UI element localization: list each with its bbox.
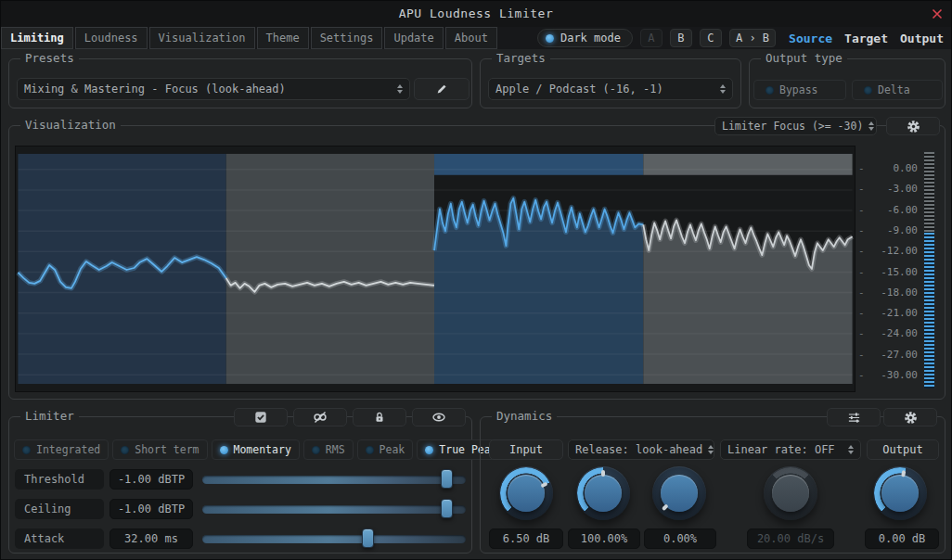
limiter-focus-dropdown[interactable]: Limiter Focus (>= -30) xyxy=(714,117,877,135)
short-term-label: Short term xyxy=(135,443,199,456)
scale-value: 0.00 xyxy=(894,162,919,175)
ab-button-c[interactable]: C xyxy=(700,29,722,47)
eye-button[interactable] xyxy=(412,408,466,426)
scale-tick: - xyxy=(858,204,865,217)
attack-value[interactable]: 32.00 ms xyxy=(109,528,193,549)
input-button[interactable]: Input xyxy=(489,439,563,460)
rms-radio-icon xyxy=(312,446,320,454)
momentary-label: Momentary xyxy=(234,443,291,456)
lock-button[interactable] xyxy=(353,408,406,426)
input-gain-knob[interactable] xyxy=(499,466,553,520)
meter-label-output[interactable]: Output xyxy=(900,32,944,45)
meter-label-source[interactable]: Source xyxy=(789,32,832,45)
scale-value: -24.00 xyxy=(881,327,918,340)
source-level-meter xyxy=(923,151,935,389)
tab-bar-tabs: LimitingLoudnessVisualizationThemeSettin… xyxy=(1,27,499,49)
scale-label--9.00: --9.00 xyxy=(858,224,918,237)
presets-legend: Presets xyxy=(20,51,79,65)
threshold-value[interactable]: -1.00 dBTP xyxy=(109,469,193,490)
scale-value: -21.00 xyxy=(881,307,918,320)
dynamics-tune-button[interactable] xyxy=(827,408,881,426)
visualization-legend: Visualization xyxy=(20,118,121,132)
tab-update[interactable]: Update xyxy=(384,27,443,49)
link-slash-icon xyxy=(313,410,328,425)
output-button[interactable]: Output xyxy=(867,439,939,460)
ab-button-a-b[interactable]: A › B xyxy=(729,29,776,47)
attack-label: Attack xyxy=(15,528,104,549)
linear-rate-knob[interactable] xyxy=(764,466,817,520)
tab-theme[interactable]: Theme xyxy=(257,27,309,49)
input-gain-value[interactable]: 6.50 dB xyxy=(489,528,563,549)
limiter-focus-selected: Limiter Focus (>= -30) xyxy=(722,120,863,133)
limiter-enabled-button[interactable] xyxy=(234,408,288,426)
preset-dropdown[interactable]: Mixing & Mastering - Focus (look-ahead) xyxy=(17,78,410,100)
ceiling-value[interactable]: -1.00 dBTP xyxy=(109,499,193,519)
target-dropdown[interactable]: Apple / Podcast (-16, -1) xyxy=(488,78,733,100)
ab-button-a[interactable]: A xyxy=(640,29,663,47)
knob-indicator xyxy=(601,470,605,477)
true-peak-radio-icon xyxy=(425,446,433,454)
knob-tick-wrap xyxy=(871,465,930,523)
output-gain-value[interactable]: 0.00 dB xyxy=(865,528,939,549)
mode-toggle-rms[interactable]: RMS xyxy=(303,439,354,460)
visualization-settings-button[interactable] xyxy=(886,117,940,135)
meter-label-target[interactable]: Target xyxy=(844,32,888,45)
close-icon xyxy=(932,8,943,19)
mode-toggle-short-term[interactable]: Short term xyxy=(112,439,207,460)
release-selected: Release: look-ahead xyxy=(575,443,702,456)
tab-loudness[interactable]: Loudness xyxy=(75,27,148,49)
slider-track xyxy=(202,476,466,484)
mode-toggle-peak[interactable]: Peak xyxy=(357,439,414,460)
attack-slider-handle[interactable] xyxy=(362,528,374,548)
linear-rate-value[interactable]: 20.00 dB/s xyxy=(747,528,834,549)
scale-label--18.00: --18.00 xyxy=(858,286,918,299)
scale-value: -9.00 xyxy=(887,224,918,237)
slider-track xyxy=(202,535,466,543)
threshold-slider-handle[interactable] xyxy=(441,469,453,489)
spinner-icon xyxy=(392,84,403,94)
dynamics-header-buttons xyxy=(827,408,937,426)
threshold-slider[interactable] xyxy=(200,469,468,490)
mode-toggle-momentary[interactable]: Momentary xyxy=(212,439,300,460)
tab-about[interactable]: About xyxy=(445,27,497,49)
integrated-label: Integrated xyxy=(36,443,100,456)
measurement-mode-row: IntegratedShort termMomentaryRMSPeakTrue… xyxy=(14,439,506,460)
scale-tick: - xyxy=(858,224,865,237)
edit-preset-button[interactable] xyxy=(414,78,470,100)
dark-mode-toggle[interactable]: Dark mode xyxy=(537,29,633,47)
attack-slider[interactable] xyxy=(200,528,468,549)
release-amount-knob[interactable] xyxy=(576,466,630,520)
knob-tick-wrap xyxy=(578,468,628,518)
sliders-icon xyxy=(847,411,861,425)
link-off-button[interactable] xyxy=(293,408,347,426)
tab-settings[interactable]: Settings xyxy=(311,27,383,49)
delta-toggle[interactable]: Delta xyxy=(852,80,943,100)
tab-bar-right: Dark mode ABCA › B SourceTargetOutput xyxy=(537,27,951,49)
tab-visualization[interactable]: Visualization xyxy=(149,27,255,49)
bypass-toggle[interactable]: Bypass xyxy=(753,80,846,100)
ceiling-slider[interactable] xyxy=(200,499,468,519)
ceiling-slider-handle[interactable] xyxy=(441,499,453,518)
targets-legend: Targets xyxy=(492,51,550,65)
release-mix-knob[interactable] xyxy=(652,466,706,520)
visualization-panel: Visualization Limiter Focus (>= -30) -0.… xyxy=(8,125,946,400)
ab-button-b[interactable]: B xyxy=(670,29,692,47)
scale-label--12.00: --12.00 xyxy=(858,245,918,258)
release-amount-value[interactable]: 100.00% xyxy=(568,528,640,549)
linear-rate-dropdown[interactable]: Linear rate: OFF xyxy=(720,439,861,460)
release-dropdown[interactable]: Release: look-ahead xyxy=(568,439,714,460)
tab-limiting[interactable]: Limiting xyxy=(1,27,73,49)
scale-label--6.00: --6.00 xyxy=(858,204,918,217)
mode-toggle-integrated[interactable]: Integrated xyxy=(14,439,109,460)
spinner-icon xyxy=(714,84,726,94)
close-button[interactable] xyxy=(931,7,944,20)
threshold-row: Threshold-1.00 dBTP xyxy=(9,469,471,490)
output-gain-knob[interactable] xyxy=(873,466,927,520)
dynamics-settings-button[interactable] xyxy=(883,408,937,426)
gear-icon xyxy=(904,411,918,425)
release-mix-value[interactable]: 0.00% xyxy=(644,528,716,549)
limiter-panel: Limiter xyxy=(8,416,472,554)
limiter-header-buttons xyxy=(234,408,466,426)
output-type-legend: Output type xyxy=(761,51,847,65)
scale-tick: - xyxy=(858,245,865,258)
